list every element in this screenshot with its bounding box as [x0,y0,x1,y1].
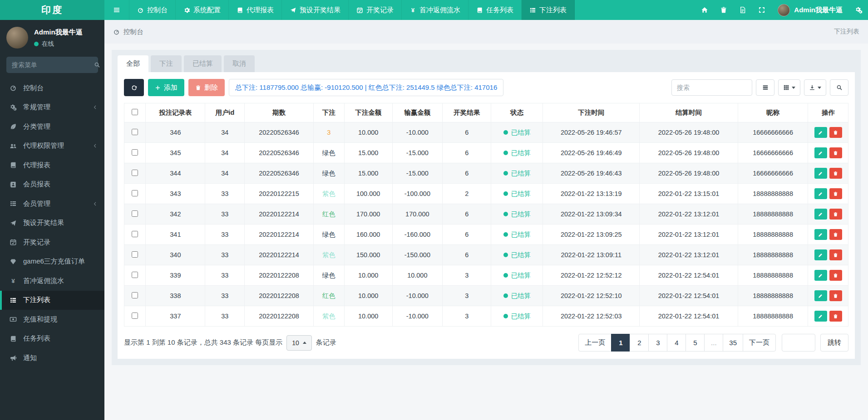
edit-row-button[interactable] [814,270,827,281]
row-checkbox[interactable] [132,272,138,278]
jump-button[interactable]: 跳转 [820,334,848,352]
row-checkbox[interactable] [132,190,138,196]
edit-row-button[interactable] [814,168,827,179]
expand-button[interactable] [752,0,771,20]
sidebar-search-input[interactable] [12,61,94,68]
edit-row-button[interactable] [814,209,827,220]
file-button[interactable] [733,0,752,20]
sidebar-item-7[interactable]: 预设开奖结果 [0,214,104,233]
export-button[interactable] [804,79,826,96]
delete-row-button[interactable] [829,311,842,322]
delete-row-button[interactable] [829,147,842,158]
sidebar-item-1[interactable]: 常规管理 [0,98,104,117]
delete-row-button[interactable] [829,249,842,260]
delete-row-button[interactable] [829,209,842,220]
sidebar-item-10[interactable]: ¥首冲返佣流水 [0,271,104,291]
edit-row-button[interactable] [814,147,827,158]
expand-icon [758,6,765,14]
delete-row-button[interactable] [829,188,842,199]
sidebar-item-9[interactable]: game6三方充值订单 [0,252,104,272]
sidebar-item-11[interactable]: 下注列表 [0,291,104,310]
page-item-35[interactable]: 35 [723,334,743,352]
sidebar-item-3[interactable]: 代理权限管理 [0,137,104,156]
sidebar-item-5[interactable]: 会员报表 [0,175,104,195]
page-item-4[interactable]: 4 [667,334,686,352]
tab-0[interactable]: 全部 [118,55,148,72]
select-all-checkbox[interactable] [132,109,138,115]
page-item-3[interactable]: 3 [648,334,667,352]
row-checkbox[interactable] [132,313,138,319]
columns-button[interactable] [778,79,800,96]
row-checkbox[interactable] [132,292,138,298]
tab-1[interactable]: 下注 [151,55,182,72]
sidebar-item-2[interactable]: 分类管理 [0,117,104,137]
settings-button[interactable] [849,0,868,20]
sidebar-item-0[interactable]: 控制台 [0,78,104,98]
users-icon [9,142,17,150]
sidebar-item-13[interactable]: 任务列表 [0,329,104,349]
add-button[interactable]: 添加 [148,79,184,96]
topnav-item-1[interactable]: 系统配置 [176,0,229,20]
topnav-user[interactable]: Admin我最牛逼 [771,4,849,16]
trash-icon [833,293,838,298]
page-size-dropdown[interactable]: 10 [286,335,312,351]
page-item-2[interactable]: 2 [630,334,649,352]
cell-id: 341 [146,225,205,245]
table-search-input[interactable] [671,79,752,96]
topnav-item-4[interactable]: 开奖记录 [349,0,402,20]
cell-winlose: -150.000 [392,245,443,265]
home-button[interactable] [695,0,714,20]
trash-button[interactable] [714,0,733,20]
cell-nick: 18888888888 [738,306,808,327]
tab-2[interactable]: 已结算 [184,55,222,72]
delete-row-button[interactable] [829,229,842,240]
row-checkbox[interactable] [132,170,138,176]
delete-row-button[interactable] [829,127,842,138]
sidebar-item-4[interactable]: 代理报表 [0,156,104,175]
delete-row-button[interactable] [829,290,842,301]
page-item-上一页[interactable]: 上一页 [578,334,612,352]
topnav-item-7[interactable]: 下注列表 [522,0,575,20]
topnav-item-0[interactable]: 控制台 [129,0,176,20]
row-checkbox[interactable] [132,210,138,217]
row-checkbox[interactable] [132,129,138,135]
chevron-left-icon [93,201,98,206]
edit-row-button[interactable] [814,188,827,199]
delete-row-button[interactable] [829,270,842,281]
refresh-button[interactable] [124,79,144,96]
cell-settle_time: 2022-01-22 12:54:01 [640,265,738,286]
sidebar-item-8[interactable]: 开奖记录 [0,233,104,252]
row-checkbox[interactable] [132,251,138,258]
table-footer: 显示第 1 到第 10 条记录，总共 343 条记录 每页显示 10 条记录 上… [124,334,848,352]
header-checkbox-cell [124,103,146,122]
edit-row-button[interactable] [814,127,827,138]
edit-row-button[interactable] [814,311,827,322]
jump-page-input[interactable] [782,334,815,352]
topnav-item-2[interactable]: 代理报表 [229,0,282,20]
edit-row-button[interactable] [814,229,827,240]
sidebar-item-14[interactable]: 通知 [0,348,104,368]
breadcrumb[interactable]: 控制台 [113,28,143,36]
delete-row-button[interactable] [829,168,842,179]
toggle-view-button[interactable] [756,79,774,96]
row-checkbox[interactable] [132,149,138,156]
page-item-5[interactable]: 5 [686,334,705,352]
edit-row-button[interactable] [814,290,827,301]
delete-button[interactable]: 删除 [188,79,225,96]
page-item-下一页[interactable]: 下一页 [743,334,776,352]
row-checkbox[interactable] [132,231,138,237]
cell-bet-value: 紫色 [322,251,335,259]
tab-3[interactable]: 取消 [224,55,255,72]
cell-id: 344 [146,163,205,184]
page-item-1[interactable]: 1 [611,334,630,352]
sidebar-item-6[interactable]: 会员管理 [0,194,104,214]
topnav-item-3[interactable]: 预设开奖结果 [282,0,349,20]
edit-row-button[interactable] [814,249,827,260]
export-icon [809,84,815,91]
sidebar-toggle-button[interactable] [104,0,129,20]
search-button[interactable] [830,79,848,96]
topnav-item-6[interactable]: 任务列表 [469,0,522,20]
money-icon [9,316,17,323]
topnav-item-5[interactable]: ¥首冲返佣流水 [402,0,469,20]
sidebar-item-12[interactable]: 充值和提现 [0,310,104,329]
